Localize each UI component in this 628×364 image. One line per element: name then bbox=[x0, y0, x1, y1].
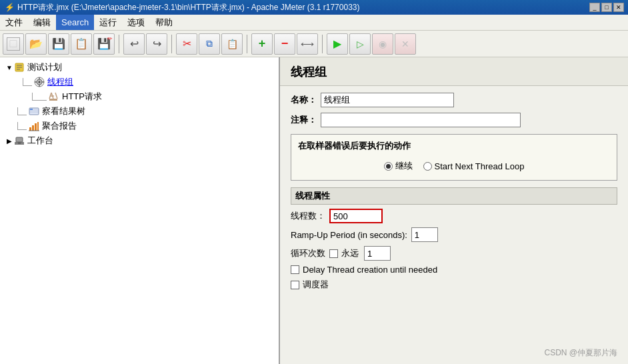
thread-props-title: 线程属性 bbox=[291, 187, 617, 205]
menu-search[interactable]: Search bbox=[56, 15, 94, 30]
aggregate-report-icon bbox=[28, 120, 40, 132]
new-button[interactable]: □ bbox=[3, 33, 24, 55]
tree-item-test-plan[interactable]: ▼ 测试计划 bbox=[3, 60, 276, 75]
svg-point-6 bbox=[39, 81, 41, 83]
stop-all-button[interactable]: ◉ bbox=[372, 33, 393, 55]
workbench-label: 工作台 bbox=[27, 135, 53, 147]
svg-rect-11 bbox=[49, 99, 57, 101]
continue-option[interactable]: 继续 bbox=[384, 160, 413, 172]
thread-group-icon bbox=[33, 76, 45, 88]
delay-creation-checkbox[interactable] bbox=[291, 265, 299, 274]
copy-button[interactable]: ⧉ bbox=[199, 33, 220, 55]
delay-creation-row: Delay Thread creation until needed bbox=[291, 265, 617, 275]
name-row: 名称： bbox=[291, 93, 617, 107]
svg-rect-23 bbox=[37, 122, 39, 131]
start-nopause-button[interactable]: ▷ bbox=[349, 33, 371, 55]
panel-title: 线程组 bbox=[280, 57, 628, 86]
ramp-up-row: Ramp-Up Period (in seconds): bbox=[291, 227, 617, 242]
svg-rect-26 bbox=[16, 137, 23, 142]
loop-count-input[interactable] bbox=[364, 246, 391, 261]
result-tree-icon bbox=[28, 105, 40, 117]
main-layout: ▼ 测试计划 bbox=[0, 57, 628, 364]
paste-button[interactable]: 📋 bbox=[221, 33, 243, 55]
thread-props-section: 线程属性 线程数： Ramp-Up Period (in seconds): 循… bbox=[291, 187, 617, 291]
remove-button[interactable]: − bbox=[274, 33, 295, 55]
menu-options[interactable]: 选项 bbox=[122, 15, 150, 30]
comment-row: 注释： bbox=[291, 113, 617, 127]
expand-workbench: ▶ bbox=[5, 137, 13, 145]
tree-item-workbench[interactable]: ▶ 工作台 bbox=[3, 133, 276, 148]
menu-file[interactable]: 文件 bbox=[0, 15, 28, 30]
start-button[interactable]: ▶ bbox=[327, 33, 348, 55]
minimize-button[interactable]: _ bbox=[589, 3, 600, 12]
tree-item-http-request[interactable]: HTTP请求 bbox=[3, 89, 276, 104]
thread-count-label: 线程数： bbox=[291, 210, 325, 222]
cut-button[interactable]: ✂ bbox=[176, 33, 197, 55]
toolbar-sep-3 bbox=[247, 35, 247, 53]
svg-rect-22 bbox=[35, 123, 37, 131]
scheduler-label: 调度器 bbox=[303, 279, 329, 291]
undo-button[interactable]: ↩ bbox=[123, 33, 145, 55]
thread-count-row: 线程数： bbox=[291, 209, 617, 223]
menu-run[interactable]: 运行 bbox=[94, 15, 122, 30]
delay-creation-label: Delay Thread creation until needed bbox=[303, 265, 437, 275]
menu-edit[interactable]: 编辑 bbox=[28, 15, 56, 30]
test-plan-label: 测试计划 bbox=[27, 61, 62, 73]
menu-bar: 文件 编辑 Search 运行 选项 帮助 bbox=[0, 15, 628, 31]
scheduler-row: 调度器 bbox=[291, 279, 617, 291]
error-action-section: 在取样器错误后要执行的动作 继续 Start Next Thread Loop bbox=[291, 134, 617, 181]
svg-rect-20 bbox=[29, 127, 31, 131]
maximize-button[interactable]: □ bbox=[601, 3, 612, 12]
result-tree-label: 察看结果树 bbox=[42, 105, 85, 117]
tree-panel: ▼ 测试计划 bbox=[0, 57, 280, 364]
workbench-icon bbox=[13, 135, 25, 147]
tree-item-result-tree[interactable]: 察看结果树 bbox=[3, 104, 276, 119]
start-next-radio[interactable] bbox=[423, 162, 432, 171]
redo-button[interactable]: ↪ bbox=[146, 33, 167, 55]
watermark: CSDN @仲夏那片海 bbox=[544, 347, 617, 359]
title-bar: ⚡ HTTP请求.jmx (E:\Jmeter\apache-jmeter-3.… bbox=[0, 0, 628, 15]
toolbar-sep-1 bbox=[119, 35, 119, 53]
add-button[interactable]: + bbox=[251, 33, 273, 55]
move-button[interactable]: ⟷ bbox=[297, 33, 318, 55]
http-request-label: HTTP请求 bbox=[62, 91, 102, 103]
thread-count-input[interactable] bbox=[329, 209, 383, 223]
tree-item-thread-group[interactable]: 线程组 bbox=[3, 75, 276, 89]
expand-icon: ▼ bbox=[5, 64, 13, 71]
test-plan-icon bbox=[13, 61, 25, 73]
name-label: 名称： bbox=[291, 94, 317, 106]
continue-label: 继续 bbox=[395, 160, 413, 172]
scheduler-checkbox[interactable] bbox=[291, 281, 299, 289]
svg-line-14 bbox=[55, 93, 57, 99]
toolbar: □ 📂 💾 📋 💾 ✏ ↩ ↪ ✂ ⧉ 📋 + − ⟷ ▶ ▷ bbox=[0, 31, 628, 57]
forever-label: 永远 bbox=[341, 247, 359, 259]
template-button[interactable]: 📋 bbox=[71, 33, 92, 55]
error-action-options: 继续 Start Next Thread Loop bbox=[298, 157, 610, 175]
aggregate-report-label: 聚合报告 bbox=[42, 120, 77, 132]
comment-input[interactable] bbox=[321, 113, 521, 127]
window-controls: _ □ ✕ bbox=[589, 3, 624, 12]
loop-count-row: 循环次数 永远 bbox=[291, 246, 617, 261]
forever-checkbox[interactable] bbox=[329, 249, 338, 258]
saveas-button[interactable]: 💾 ✏ bbox=[93, 33, 115, 55]
close-button[interactable]: ✕ bbox=[613, 3, 624, 12]
stop-button[interactable]: ✕ bbox=[395, 33, 416, 55]
ramp-up-label: Ramp-Up Period (in seconds): bbox=[291, 230, 407, 240]
open-button[interactable]: 📂 bbox=[25, 33, 47, 55]
name-input[interactable] bbox=[321, 93, 454, 107]
loop-count-label: 循环次数 bbox=[291, 247, 325, 259]
http-request-icon bbox=[48, 91, 60, 103]
svg-rect-21 bbox=[32, 125, 34, 131]
start-next-option[interactable]: Start Next Thread Loop bbox=[423, 161, 525, 171]
toolbar-sep-2 bbox=[171, 35, 172, 53]
panel-content: 名称： 注释： 在取样器错误后要执行的动作 继续 Start bbox=[280, 86, 628, 304]
app-icon: ⚡ bbox=[4, 2, 15, 13]
save-button[interactable]: 💾 bbox=[48, 33, 69, 55]
ramp-up-input[interactable] bbox=[411, 227, 438, 242]
continue-radio[interactable] bbox=[384, 162, 393, 171]
svg-rect-19 bbox=[30, 109, 33, 110]
error-action-title: 在取样器错误后要执行的动作 bbox=[298, 140, 610, 152]
tree-item-aggregate-report[interactable]: 聚合报告 bbox=[3, 119, 276, 133]
menu-help[interactable]: 帮助 bbox=[150, 15, 178, 30]
svg-rect-27 bbox=[18, 142, 21, 144]
